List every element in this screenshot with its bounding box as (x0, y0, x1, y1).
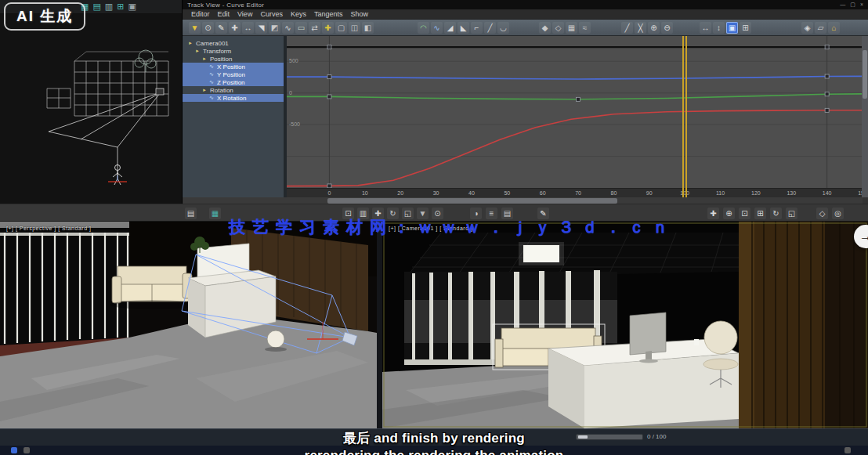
menu-show[interactable]: Show (346, 9, 372, 19)
draw-curves-icon[interactable]: ✎ (215, 22, 227, 34)
timeline-tick: 110 (714, 190, 728, 196)
toolbar-group: ◇◎ (816, 208, 844, 219)
menu-view[interactable]: View (233, 9, 256, 19)
subtitle-line2: rerendering the rendering the animation (0, 448, 868, 455)
zoom-graph-icon[interactable]: ⊖ (661, 22, 673, 34)
mini-toolbar: ▦▤▥⊞▣ (81, 1, 136, 13)
tangent-slow-icon[interactable]: ◣ (458, 22, 469, 34)
time-slider-marker[interactable] (682, 36, 687, 197)
viewport-label[interactable]: [+] [ Perspective ] [ Standard ] (6, 226, 91, 231)
param-curves-icon[interactable]: ≈ (579, 22, 591, 34)
snap-frames-icon[interactable]: ▦ (566, 22, 577, 34)
limit-key (825, 45, 829, 49)
track-item-z-position[interactable]: ∿Z Position (183, 78, 284, 86)
track-icon: ∿ (208, 63, 215, 70)
graph-area[interactable]: 5000-500 0102030405060708090100110120130… (287, 36, 863, 197)
vertical-scrollbar[interactable] (862, 36, 868, 197)
menu-edit[interactable]: Edit (214, 9, 234, 19)
zoom-icon[interactable]: ⊕ (723, 208, 735, 219)
frame-horizontal-extents-icon[interactable]: ↔ (700, 22, 711, 34)
zoom-region-icon[interactable]: ⊞ (754, 208, 766, 219)
orbit-icon[interactable]: ↻ (770, 208, 782, 219)
curve-canvas[interactable] (287, 36, 863, 188)
menu-keys[interactable]: Keys (287, 9, 310, 19)
viewport-camera[interactable]: [+] [ Camera001 ] [ Standard ] (382, 222, 868, 428)
tangent-step-icon[interactable]: ⌐ (471, 22, 483, 34)
zoom-region-icon[interactable]: ⊞ (740, 22, 751, 34)
retime-icon[interactable]: ▭ (295, 22, 307, 34)
add-keys-icon[interactable]: ✚ (322, 22, 334, 34)
pan-view-icon[interactable]: ✚ (707, 208, 719, 219)
region-keys-icon[interactable]: ▢ (335, 22, 347, 34)
schematic-view-icon[interactable]: ▦ (209, 208, 221, 219)
viewport-separator (377, 222, 382, 428)
maximize-viewport-icon[interactable]: ◱ (786, 208, 797, 219)
steering-wheel-icon[interactable]: ◎ (832, 208, 844, 219)
curve-editor-titlebar[interactable]: Track View - Curve Editor —▢× (183, 0, 868, 9)
move-keys-icon[interactable]: ✚ (229, 22, 241, 34)
track-icon: ∿ (208, 71, 215, 78)
offset-keys-icon[interactable]: ⇄ (309, 22, 320, 34)
track-item-x-rotation[interactable]: ∿X Rotation (183, 94, 284, 102)
scale-keys-icon[interactable]: ◥ (255, 22, 267, 34)
track-item-camera001[interactable]: ▸Camera001 (183, 39, 284, 47)
show-tangents-icon[interactable]: ╱ (621, 22, 633, 34)
tangent-smooth-icon[interactable]: ◡ (497, 22, 509, 34)
lock-tangents-icon[interactable]: ◇ (552, 22, 564, 34)
menu-tangents[interactable]: Tangents (310, 9, 347, 19)
display-panel-icon[interactable]: ⊞ (117, 1, 124, 13)
x-position-key (825, 74, 829, 78)
grid-display-icon[interactable]: ▤ (92, 1, 100, 13)
tangent-fast-icon[interactable]: ◢ (444, 22, 456, 34)
track-item-position[interactable]: ▸Position (183, 55, 284, 63)
insert-time-icon[interactable]: ◧ (362, 22, 374, 34)
window-button-1[interactable]: ▢ (850, 1, 855, 9)
scrollbar-thumb[interactable] (863, 50, 867, 99)
wireframe-canvas (0, 14, 182, 204)
group-icon: ▸ (186, 40, 194, 46)
scrollbar-thumb[interactable] (327, 198, 617, 204)
snap-toggle-icon[interactable]: ▥ (105, 1, 113, 13)
viewcube-icon[interactable]: ◇ (816, 208, 828, 219)
curve-editor-menubar: EditorEditViewCurvesKeysTangentsShow (183, 9, 868, 20)
isolate-curve-icon[interactable]: ▣ (726, 22, 738, 34)
frame-value-extents-icon[interactable]: ↕ (713, 22, 725, 34)
window-button-0[interactable]: — (840, 1, 845, 9)
track-item-y-position[interactable]: ∿Y Position (183, 70, 284, 78)
viewport-wireframe[interactable] (0, 14, 182, 204)
viewport-perspective[interactable]: [+] [ Perspective ] [ Standard ] (0, 222, 377, 428)
scale-values-icon[interactable]: ◩ (269, 22, 280, 34)
menu-curves[interactable]: Curves (256, 9, 287, 19)
track-item-rotation[interactable]: ▸Rotation (183, 86, 284, 94)
timeline-tick: 90 (642, 190, 656, 196)
select-time-icon[interactable]: ◫ (349, 22, 360, 34)
track-item-x-position[interactable]: ∿X Position (183, 63, 284, 70)
key-properties-icon[interactable]: ◈ (801, 22, 813, 34)
toolbar-group: ╱╳⊕⊖ (621, 22, 673, 34)
slide-keys-icon[interactable]: ↔ (242, 22, 254, 34)
menu-editor[interactable]: Editor (187, 9, 214, 19)
filter-icon[interactable]: ▼ (189, 22, 201, 34)
show-all-tangents-icon[interactable]: ╳ (635, 22, 646, 34)
y-position-key (577, 97, 580, 101)
layers-icon[interactable]: ▣ (128, 1, 136, 13)
zoom-extents-icon[interactable]: ⊡ (739, 208, 750, 219)
window-button-2[interactable]: × (860, 1, 863, 9)
tangent-linear-icon[interactable]: ╱ (484, 22, 496, 34)
open-curve-editor-icon[interactable]: ▤ (185, 208, 197, 219)
track-label: Camera001 (194, 40, 229, 47)
tangent-spline-icon[interactable]: ∿ (431, 22, 443, 34)
buffer-curves-icon[interactable]: ▱ (815, 22, 826, 34)
show-keyable-icon[interactable]: ◆ (539, 22, 551, 34)
track-label: Z Position (215, 79, 245, 86)
tangent-auto-icon[interactable]: ◠ (418, 22, 429, 34)
key-entry-icon[interactable]: ⌂ (828, 22, 840, 34)
group-icon: ▸ (201, 56, 208, 62)
lock-selection-icon[interactable]: ⊙ (202, 22, 214, 34)
pan-graph-icon[interactable]: ⊕ (648, 22, 660, 34)
simplify-curve-icon[interactable]: ∿ (282, 22, 294, 34)
time-ruler[interactable]: 0102030405060708090100110120130140150 (287, 188, 863, 197)
track-item-transform[interactable]: ▸Transform (183, 47, 284, 55)
toolbar-group: ◈▱⌂ (801, 22, 840, 34)
track-label: Y Position (215, 71, 245, 78)
